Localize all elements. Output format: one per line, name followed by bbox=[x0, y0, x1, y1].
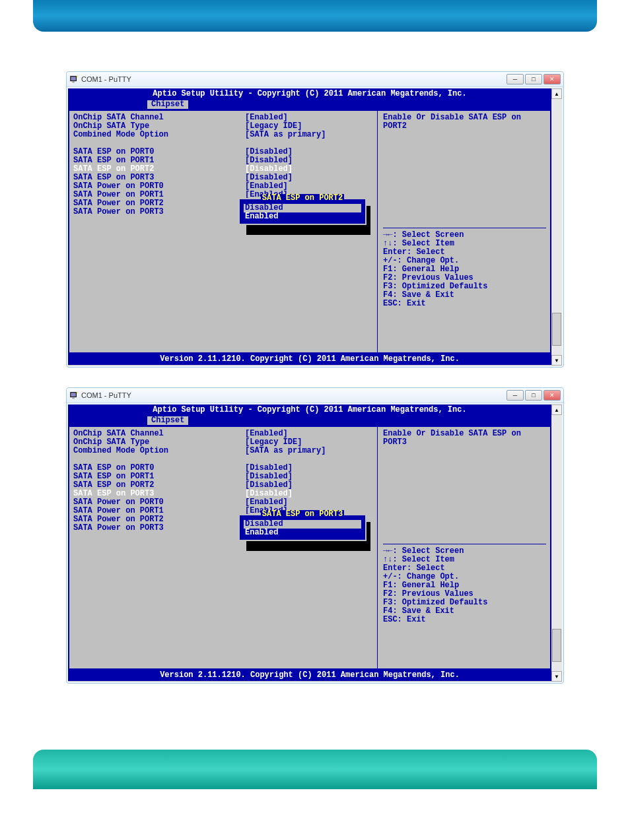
menu-tab-chipset[interactable]: Chipset bbox=[147, 416, 188, 425]
menu-tab-chipset[interactable]: Chipset bbox=[147, 100, 188, 109]
putty-window-1: COM1 - PuTTY ─ □ ✕ ▲ ▼Aptio Setup Utilit… bbox=[66, 387, 564, 684]
putty-icon bbox=[69, 75, 79, 84]
titlebar[interactable]: COM1 - PuTTY ─ □ ✕ bbox=[67, 72, 563, 87]
bios-body: OnChip SATA Channel[Enabled]OnChip SATA … bbox=[68, 427, 551, 670]
svg-rect-1 bbox=[71, 77, 76, 81]
scrollbar[interactable]: ▲ ▼ bbox=[551, 88, 562, 366]
putty-window-0: COM1 - PuTTY ─ □ ✕ ▲ ▼Aptio Setup Utilit… bbox=[66, 71, 564, 368]
maximize-button[interactable]: □ bbox=[525, 390, 542, 401]
popup-item[interactable]: Enabled bbox=[244, 529, 361, 537]
bios-footer: Version 2.11.1210. Copyright (C) 2011 Am… bbox=[68, 354, 551, 365]
popup-title: SATA ESP on PORT3 bbox=[261, 510, 344, 519]
help-text: PORT2 bbox=[383, 122, 546, 131]
scroll-up-button[interactable]: ▲ bbox=[551, 404, 562, 415]
settings-panel: OnChip SATA Channel[Enabled]OnChip SATA … bbox=[68, 111, 377, 354]
window-controls: ─ □ ✕ bbox=[507, 74, 561, 84]
scroll-down-button[interactable]: ▼ bbox=[551, 355, 562, 366]
bios-body: OnChip SATA Channel[Enabled]OnChip SATA … bbox=[68, 111, 551, 354]
bios-menu-row: Chipset bbox=[68, 416, 551, 427]
maximize-button[interactable]: □ bbox=[525, 74, 542, 84]
bios-header: Aptio Setup Utility - Copyright (C) 2011… bbox=[68, 88, 551, 100]
bios-header: Aptio Setup Utility - Copyright (C) 2011… bbox=[68, 404, 551, 416]
setting-value: [SATA as primary] bbox=[245, 447, 377, 455]
help-text: PORT3 bbox=[383, 438, 546, 447]
putty-icon bbox=[69, 391, 79, 400]
terminal-area[interactable]: ▲ ▼Aptio Setup Utility - Copyright (C) 2… bbox=[68, 88, 562, 366]
window-controls: ─ □ ✕ bbox=[507, 390, 561, 401]
scroll-thumb[interactable] bbox=[552, 313, 561, 346]
setting-value: [SATA as primary] bbox=[245, 131, 377, 139]
scroll-thumb[interactable] bbox=[552, 629, 561, 662]
page-header-bar bbox=[33, 0, 597, 32]
nav-hint: ESC: Exit bbox=[383, 300, 546, 308]
help-divider bbox=[383, 228, 546, 228]
popup-title: SATA ESP on PORT2 bbox=[261, 194, 344, 203]
scroll-down-button[interactable]: ▼ bbox=[551, 671, 562, 682]
bios-menu-row: Chipset bbox=[68, 100, 551, 111]
setting-label: Combined Mode Option bbox=[73, 447, 245, 455]
help-text: Enable Or Disable SATA ESP on bbox=[383, 113, 546, 122]
popup-item[interactable]: Enabled bbox=[244, 212, 361, 221]
setting-row[interactable]: Combined Mode Option[SATA as primary] bbox=[73, 447, 377, 455]
bios-content: Aptio Setup Utility - Copyright (C) 2011… bbox=[68, 88, 551, 366]
nav-hints: →←: Select Screen↑↓: Select ItemEnter: S… bbox=[383, 231, 546, 308]
setting-label: SATA Power on PORT3 bbox=[73, 208, 245, 216]
help-divider bbox=[383, 544, 546, 544]
help-panel: Enable Or Disable SATA ESP onPORT2→←: Se… bbox=[377, 111, 551, 354]
page-footer-bar bbox=[33, 750, 597, 789]
bios-footer: Version 2.11.1210. Copyright (C) 2011 Am… bbox=[68, 670, 551, 681]
scrollbar[interactable]: ▲ ▼ bbox=[551, 404, 562, 682]
close-button[interactable]: ✕ bbox=[543, 390, 561, 401]
titlebar[interactable]: COM1 - PuTTY ─ □ ✕ bbox=[67, 388, 563, 403]
settings-panel: OnChip SATA Channel[Enabled]OnChip SATA … bbox=[68, 427, 377, 670]
nav-hint: ESC: Exit bbox=[383, 616, 546, 624]
svg-rect-5 bbox=[72, 398, 75, 399]
close-button[interactable]: ✕ bbox=[543, 74, 561, 84]
svg-rect-2 bbox=[72, 82, 75, 83]
setting-label: Combined Mode Option bbox=[73, 131, 245, 139]
help-panel: Enable Or Disable SATA ESP onPORT3→←: Se… bbox=[377, 427, 551, 670]
window-title: COM1 - PuTTY bbox=[81, 391, 507, 399]
setting-row[interactable]: Combined Mode Option[SATA as primary] bbox=[73, 131, 377, 139]
nav-hints: →←: Select Screen↑↓: Select ItemEnter: S… bbox=[383, 547, 546, 624]
option-popup[interactable]: SATA ESP on PORT3 DisabledEnabled bbox=[238, 514, 367, 541]
help-text: Enable Or Disable SATA ESP on bbox=[383, 430, 546, 438]
option-popup[interactable]: SATA ESP on PORT2 DisabledEnabled bbox=[238, 198, 367, 225]
minimize-button[interactable]: ─ bbox=[507, 74, 524, 84]
setting-label: SATA Power on PORT3 bbox=[73, 524, 245, 533]
scroll-up-button[interactable]: ▲ bbox=[551, 88, 562, 99]
terminal-area[interactable]: ▲ ▼Aptio Setup Utility - Copyright (C) 2… bbox=[68, 404, 562, 682]
svg-rect-4 bbox=[71, 393, 76, 397]
bios-content: Aptio Setup Utility - Copyright (C) 2011… bbox=[68, 404, 551, 682]
window-title: COM1 - PuTTY bbox=[81, 75, 507, 83]
minimize-button[interactable]: ─ bbox=[507, 390, 524, 401]
